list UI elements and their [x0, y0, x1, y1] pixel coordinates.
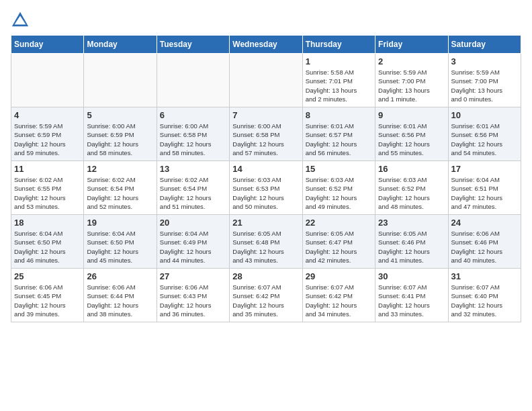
weekday-header: Tuesday: [157, 36, 229, 54]
page-header: [11, 11, 521, 30]
day-info: Sunrise: 5:59 AM Sunset: 7:00 PM Dayligh…: [378, 68, 445, 103]
day-number: 26: [87, 271, 153, 281]
day-number: 13: [160, 164, 226, 174]
calendar-day-cell: 31Sunrise: 6:07 AM Sunset: 6:40 PM Dayli…: [448, 269, 521, 322]
day-info: Sunrise: 6:04 AM Sunset: 6:50 PM Dayligh…: [87, 229, 153, 265]
calendar-day-cell: 3Sunrise: 5:59 AM Sunset: 7:00 PM Daylig…: [448, 54, 521, 107]
calendar-day-cell: 15Sunrise: 6:03 AM Sunset: 6:52 PM Dayli…: [302, 161, 375, 215]
calendar-day-cell: 30Sunrise: 6:07 AM Sunset: 6:41 PM Dayli…: [375, 269, 448, 322]
calendar-day-cell: 28Sunrise: 6:07 AM Sunset: 6:42 PM Dayli…: [230, 269, 302, 322]
day-number: 10: [451, 110, 518, 120]
day-number: 6: [160, 110, 226, 120]
day-number: 21: [232, 218, 299, 228]
calendar-day-cell: 20Sunrise: 6:04 AM Sunset: 6:49 PM Dayli…: [157, 215, 229, 269]
day-number: 2: [378, 56, 445, 66]
calendar-day-cell: 17Sunrise: 6:04 AM Sunset: 6:51 PM Dayli…: [448, 161, 521, 215]
logo-icon: [11, 11, 30, 30]
calendar-day-cell: 7Sunrise: 6:00 AM Sunset: 6:58 PM Daylig…: [230, 107, 302, 161]
day-info: Sunrise: 6:03 AM Sunset: 6:52 PM Dayligh…: [378, 175, 445, 211]
day-info: Sunrise: 6:06 AM Sunset: 6:46 PM Dayligh…: [451, 229, 518, 265]
day-number: 4: [14, 110, 81, 120]
day-number: 9: [378, 110, 445, 120]
calendar-day-cell: 13Sunrise: 6:02 AM Sunset: 6:54 PM Dayli…: [157, 161, 229, 215]
calendar-day-cell: [84, 54, 157, 107]
day-number: 27: [160, 271, 226, 281]
day-info: Sunrise: 6:07 AM Sunset: 6:42 PM Dayligh…: [232, 283, 299, 318]
calendar-day-cell: 4Sunrise: 5:59 AM Sunset: 6:59 PM Daylig…: [11, 107, 84, 161]
calendar-week-row: 11Sunrise: 6:02 AM Sunset: 6:55 PM Dayli…: [11, 161, 521, 215]
calendar-day-cell: 11Sunrise: 6:02 AM Sunset: 6:55 PM Dayli…: [11, 161, 84, 215]
day-info: Sunrise: 5:59 AM Sunset: 7:00 PM Dayligh…: [451, 68, 518, 103]
calendar-day-cell: [11, 54, 84, 107]
day-info: Sunrise: 6:07 AM Sunset: 6:40 PM Dayligh…: [451, 283, 518, 318]
weekday-header: Thursday: [302, 36, 375, 54]
calendar-day-cell: 1Sunrise: 5:58 AM Sunset: 7:01 PM Daylig…: [302, 54, 375, 107]
day-number: 3: [451, 56, 518, 66]
day-info: Sunrise: 6:04 AM Sunset: 6:49 PM Dayligh…: [160, 229, 226, 265]
day-number: 8: [306, 110, 372, 120]
calendar-day-cell: 24Sunrise: 6:06 AM Sunset: 6:46 PM Dayli…: [448, 215, 521, 269]
day-number: 29: [306, 271, 372, 281]
day-info: Sunrise: 6:06 AM Sunset: 6:45 PM Dayligh…: [14, 283, 81, 318]
calendar-day-cell: 25Sunrise: 6:06 AM Sunset: 6:45 PM Dayli…: [11, 269, 84, 322]
day-info: Sunrise: 6:01 AM Sunset: 6:56 PM Dayligh…: [378, 122, 445, 157]
calendar-week-row: 18Sunrise: 6:04 AM Sunset: 6:50 PM Dayli…: [11, 215, 521, 269]
day-number: 16: [378, 164, 445, 174]
calendar-day-cell: 19Sunrise: 6:04 AM Sunset: 6:50 PM Dayli…: [84, 215, 157, 269]
day-info: Sunrise: 6:05 AM Sunset: 6:46 PM Dayligh…: [378, 229, 445, 265]
day-number: 12: [87, 164, 153, 174]
day-info: Sunrise: 6:02 AM Sunset: 6:54 PM Dayligh…: [160, 175, 226, 211]
day-number: 5: [87, 110, 153, 120]
day-info: Sunrise: 6:01 AM Sunset: 6:56 PM Dayligh…: [451, 122, 518, 157]
day-number: 24: [451, 218, 518, 228]
day-number: 30: [378, 271, 445, 281]
calendar-day-cell: [157, 54, 229, 107]
day-number: 25: [14, 271, 81, 281]
day-info: Sunrise: 6:01 AM Sunset: 6:57 PM Dayligh…: [306, 122, 372, 157]
calendar-day-cell: [230, 54, 302, 107]
logo: [11, 11, 32, 30]
day-info: Sunrise: 6:03 AM Sunset: 6:53 PM Dayligh…: [232, 175, 299, 211]
day-number: 22: [306, 218, 372, 228]
day-info: Sunrise: 6:07 AM Sunset: 6:42 PM Dayligh…: [306, 283, 372, 318]
day-info: Sunrise: 6:05 AM Sunset: 6:47 PM Dayligh…: [306, 229, 372, 265]
day-number: 15: [306, 164, 372, 174]
day-info: Sunrise: 6:07 AM Sunset: 6:41 PM Dayligh…: [378, 283, 445, 318]
day-number: 28: [232, 271, 299, 281]
day-number: 18: [14, 218, 81, 228]
weekday-header: Sunday: [11, 36, 84, 54]
weekday-header: Saturday: [448, 36, 521, 54]
calendar-day-cell: 12Sunrise: 6:02 AM Sunset: 6:54 PM Dayli…: [84, 161, 157, 215]
day-number: 14: [232, 164, 299, 174]
day-info: Sunrise: 6:03 AM Sunset: 6:52 PM Dayligh…: [306, 175, 372, 211]
weekday-header: Monday: [84, 36, 157, 54]
calendar-day-cell: 26Sunrise: 6:06 AM Sunset: 6:44 PM Dayli…: [84, 269, 157, 322]
day-info: Sunrise: 5:59 AM Sunset: 6:59 PM Dayligh…: [14, 122, 81, 157]
calendar-day-cell: 9Sunrise: 6:01 AM Sunset: 6:56 PM Daylig…: [375, 107, 448, 161]
calendar-day-cell: 22Sunrise: 6:05 AM Sunset: 6:47 PM Dayli…: [302, 215, 375, 269]
calendar-day-cell: 18Sunrise: 6:04 AM Sunset: 6:50 PM Dayli…: [11, 215, 84, 269]
calendar-day-cell: 16Sunrise: 6:03 AM Sunset: 6:52 PM Dayli…: [375, 161, 448, 215]
calendar-week-row: 25Sunrise: 6:06 AM Sunset: 6:45 PM Dayli…: [11, 269, 521, 322]
day-number: 19: [87, 218, 153, 228]
calendar-day-cell: 14Sunrise: 6:03 AM Sunset: 6:53 PM Dayli…: [230, 161, 302, 215]
day-info: Sunrise: 6:06 AM Sunset: 6:44 PM Dayligh…: [87, 283, 153, 318]
weekday-header: Friday: [375, 36, 448, 54]
calendar-day-cell: 29Sunrise: 6:07 AM Sunset: 6:42 PM Dayli…: [302, 269, 375, 322]
day-info: Sunrise: 6:05 AM Sunset: 6:48 PM Dayligh…: [232, 229, 299, 265]
day-number: 7: [232, 110, 299, 120]
day-info: Sunrise: 5:58 AM Sunset: 7:01 PM Dayligh…: [306, 68, 372, 103]
day-info: Sunrise: 6:02 AM Sunset: 6:55 PM Dayligh…: [14, 175, 81, 211]
day-info: Sunrise: 6:04 AM Sunset: 6:51 PM Dayligh…: [451, 175, 518, 211]
day-number: 1: [306, 56, 372, 66]
day-info: Sunrise: 6:00 AM Sunset: 6:59 PM Dayligh…: [87, 122, 153, 157]
calendar-day-cell: 23Sunrise: 6:05 AM Sunset: 6:46 PM Dayli…: [375, 215, 448, 269]
calendar-day-cell: 2Sunrise: 5:59 AM Sunset: 7:00 PM Daylig…: [375, 54, 448, 107]
weekday-header-row: SundayMondayTuesdayWednesdayThursdayFrid…: [11, 36, 521, 54]
day-info: Sunrise: 6:02 AM Sunset: 6:54 PM Dayligh…: [87, 175, 153, 211]
calendar-day-cell: 5Sunrise: 6:00 AM Sunset: 6:59 PM Daylig…: [84, 107, 157, 161]
day-number: 31: [451, 271, 518, 281]
day-info: Sunrise: 6:00 AM Sunset: 6:58 PM Dayligh…: [160, 122, 226, 157]
day-number: 11: [14, 164, 81, 174]
calendar-day-cell: 6Sunrise: 6:00 AM Sunset: 6:58 PM Daylig…: [157, 107, 229, 161]
